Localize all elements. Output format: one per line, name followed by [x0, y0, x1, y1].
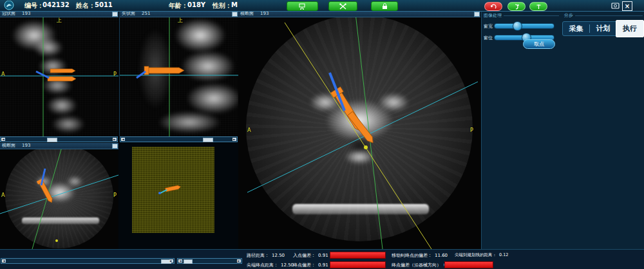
viewport-sagittal[interactable]: 矢状面 251 上 — [119, 11, 238, 136]
viewport-header: 横断面 193 — [238, 11, 480, 17]
app-logo-icon — [4, 1, 14, 10]
orientation-marker-left: A — [1, 72, 5, 77]
tip-to-plan-distance: 尖端到规划线的距离：0.12 — [455, 252, 508, 258]
step-tabbar: 采集 计划 — [562, 21, 617, 36]
patient-sex-label: 性别： — [213, 1, 232, 10]
patient-sex-value: M — [231, 1, 238, 8]
view-slice-number: 193 — [260, 11, 269, 17]
scroll-thumb[interactable] — [203, 138, 213, 142]
viewport-header: 冠状面 193 — [0, 11, 118, 17]
window-level-label: 窗位 — [484, 35, 493, 41]
viewport-drr[interactable] — [132, 147, 214, 233]
coronal-scrollbar[interactable]: ◄ ► — [0, 136, 118, 142]
orientation-marker-top: 上 — [57, 18, 62, 23]
viewport-axial-small[interactable]: 横断面 193 A P — [0, 143, 118, 249]
view-name: 矢状面 — [122, 11, 135, 17]
lock-button[interactable] — [371, 1, 398, 11]
move-end-deviation: 移动到终点的偏差：11.60 — [392, 252, 448, 259]
right-panel: 图像处理 窗宽 窗位 取点 分步 — [481, 11, 644, 269]
patient-name-label: 姓名： — [76, 1, 95, 10]
view-name: 横断面 — [2, 143, 15, 149]
patient-id-value: 042132 — [43, 1, 70, 8]
viewport-header: 横断面 193 — [0, 143, 118, 149]
patient-age-label: 年龄： — [169, 1, 188, 10]
axial-scrollbar[interactable]: ◄ ► — [1, 258, 175, 264]
scroll-right-arrow[interactable]: ► — [232, 138, 236, 141]
lock-icon — [382, 3, 388, 10]
window-width-slider[interactable] — [494, 23, 554, 29]
orientation-marker-left: A — [1, 193, 5, 198]
orientation-marker-right: P — [113, 193, 117, 198]
viewport-header: 矢状面 251 — [120, 11, 238, 17]
tab-plan[interactable]: 计划 — [590, 24, 616, 33]
undo-arrow-icon — [490, 4, 497, 10]
orientation-marker-top: 上 — [178, 18, 183, 23]
header-button[interactable] — [112, 12, 118, 17]
tip-end-distance: 尖端终点距离：12.50 — [247, 262, 294, 268]
tool-icon — [514, 4, 520, 10]
implant-screw-2 — [348, 111, 376, 145]
robot-reset-button[interactable] — [484, 2, 502, 11]
view-name: 冠状面 — [2, 11, 15, 17]
close-icon: × — [625, 3, 630, 10]
coronal-overlay — [0, 11, 118, 136]
window-width-thumb[interactable] — [513, 21, 522, 31]
end-deviation-bar — [330, 261, 386, 268]
top-bar: 编号： 042132 姓名： 5011 年龄： 018Y 性别： M — [0, 0, 644, 12]
tab-execute-active[interactable]: 执行 — [616, 20, 644, 37]
header-button[interactable] — [112, 144, 118, 149]
patient-id-label: 编号： — [24, 1, 44, 10]
end-deviation-direction-bar — [444, 261, 493, 268]
step-group-title: 分步 — [564, 13, 573, 18]
view-slice-number: 193 — [22, 143, 30, 149]
view-slice-number: 193 — [22, 11, 30, 17]
close-button[interactable]: × — [622, 1, 632, 11]
implant-screws — [36, 69, 76, 81]
scroll-left-arrow[interactable]: ◄ — [178, 259, 182, 263]
drr-scrollbar[interactable]: ◄ ► — [177, 258, 242, 264]
crossed-instruments-icon — [339, 3, 346, 10]
screenshot-icon — [611, 2, 620, 9]
view-slice-number: 251 — [142, 11, 150, 17]
axial-small-overlay — [0, 143, 118, 249]
entry-deviation: 入点偏差：0.91 — [293, 252, 328, 259]
implant-screw — [37, 178, 55, 204]
patient-name-value: 5011 — [95, 1, 113, 8]
orientation-marker-right: P — [470, 128, 473, 133]
image-group-title: 图像处理 — [484, 13, 502, 18]
implant-screw — [165, 185, 181, 192]
main-overlay — [238, 11, 480, 249]
scroll-thumb[interactable] — [184, 259, 193, 264]
scroll-left-arrow[interactable]: ◄ — [2, 259, 6, 263]
probe-icon — [536, 4, 542, 10]
pick-point-button[interactable]: 取点 — [523, 39, 555, 49]
scroll-thumb[interactable] — [47, 138, 57, 142]
sagittal-scrollbar[interactable]: ◄ ► — [120, 136, 238, 142]
scroll-right-arrow[interactable]: ► — [113, 138, 117, 141]
instruments-button[interactable] — [328, 1, 357, 11]
implant-screw — [137, 66, 184, 78]
surgical-navigation-app: 编号： 042132 姓名： 5011 年龄： 018Y 性别： M — [0, 0, 644, 269]
end-deviation: 终点偏差：0.91 — [293, 262, 328, 268]
robot-action-button-2[interactable] — [529, 2, 547, 11]
patient-age-value: 018Y — [187, 1, 205, 8]
scroll-right-arrow[interactable]: ► — [237, 259, 241, 263]
scroll-left-arrow[interactable]: ◄ — [1, 138, 5, 141]
robot-action-button-1[interactable] — [507, 2, 526, 11]
entry-deviation-bar — [330, 252, 386, 259]
viewport-coronal[interactable]: 冠状面 193 上 A P — [0, 11, 118, 136]
orientation-marker-right: P — [113, 72, 117, 77]
window-width-label: 窗宽 — [484, 23, 493, 30]
c-arm-button[interactable] — [287, 1, 318, 11]
header-button[interactable] — [474, 12, 480, 17]
scroll-left-arrow[interactable]: ◄ — [121, 138, 125, 141]
screenshot-button[interactable] — [611, 1, 620, 10]
c-arm-device-icon — [299, 3, 306, 10]
status-bar: ◄ ► ◄ ► 路径距离：12.50 入点偏差：0.91 移动到终点的偏差：11… — [0, 249, 644, 269]
viewport-main-axial[interactable]: 横断面 193 A P — [238, 11, 480, 249]
view-name: 横断面 — [240, 11, 254, 17]
orientation-marker-left: A — [247, 128, 251, 133]
scroll-right-arrow[interactable]: ► — [169, 259, 173, 263]
tab-acquire[interactable]: 采集 — [563, 24, 589, 33]
header-button[interactable] — [232, 12, 238, 17]
